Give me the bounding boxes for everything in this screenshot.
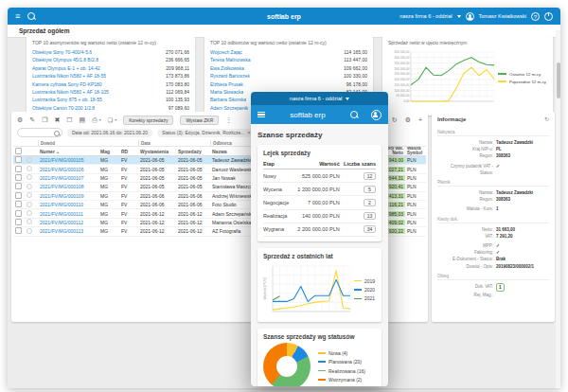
product-link[interactable]: Kamera cyfrowa Sony FD-KP180 [32, 80, 102, 88]
tag-icon[interactable]: ❏ [108, 115, 113, 126]
menu-icon[interactable] [257, 110, 265, 119]
attachment-cell [25, 157, 38, 164]
customer-link[interactable]: Ewa Ziółkowska [210, 64, 244, 72]
company-selector[interactable]: nasza firma 6 - oddział [399, 13, 452, 19]
help-icon[interactable]: ? [531, 12, 540, 21]
add-icon[interactable]: + [418, 115, 422, 126]
document-number-link[interactable]: 2021/FV/MG/000108 [38, 184, 98, 189]
funnel-row[interactable]: Wycena1 200 000,00 PLN5 [263, 183, 376, 196]
print-caret-icon[interactable]: ▾ [99, 115, 101, 126]
customer-link[interactable]: Maria Słowacka [210, 88, 243, 96]
col-wystawienia[interactable]: Wystawienia [138, 149, 176, 154]
list-item-value: 209 968,11 [166, 64, 189, 72]
list-item-value: 173 873,86 [166, 72, 189, 80]
product-link[interactable]: Obiektyw Sony 70-400/4-5.6 [32, 48, 92, 56]
issue-zkr-button[interactable]: Wystaw ZKR [180, 116, 219, 125]
search-icon[interactable] [27, 12, 35, 20]
svg-text:400 000,00: 400 000,00 [395, 56, 410, 60]
product-link[interactable]: Lustrzanka Sony 875 + ob. 18-55 [32, 96, 102, 103]
product-link[interactable]: Aparat Olympus E-1 + ob. 14-42 [32, 64, 100, 72]
funnel-stage: Wygrana [263, 223, 293, 236]
row-checkbox[interactable] [15, 156, 22, 163]
list-item-value: 236 666,65 [166, 56, 189, 63]
customer-link[interactable]: Barbara Sikorska [210, 96, 246, 103]
menu-icon[interactable]: ≡ [15, 8, 20, 25]
col-sprzedazy[interactable]: Sprzedaży [176, 149, 210, 154]
row-checkbox[interactable] [15, 183, 22, 189]
gear-icon[interactable]: ⚙ [17, 115, 23, 126]
settings-icon[interactable]: ⚙ [405, 115, 411, 126]
col-waluta[interactable]: WalutaSymbol [405, 147, 426, 155]
list-item: Obiektyw Sony 70-400/4-5.6270 071,66 [27, 48, 195, 56]
funnel-row[interactable]: Wygrana2 200 000,00 PLN34 [263, 223, 376, 236]
select-all-checkbox[interactable] [15, 148, 22, 154]
svg-text:200 000,00: 200 000,00 [395, 78, 410, 81]
customer-link[interactable]: Ryszard Bartoszek [210, 72, 250, 80]
select-icon[interactable]: ☐ [66, 115, 72, 126]
mobile-company-bar[interactable]: nasza firma 6 - oddział [251, 92, 388, 105]
document-number-link[interactable]: 2021/FV/MG/000112 [38, 220, 98, 225]
funnel-count-badge: 2 [364, 199, 376, 206]
funnel-row[interactable]: Realizacja140 000,00 PLN13 [263, 209, 376, 223]
document-number-link[interactable]: 2021/FV/MG/000105 [38, 157, 98, 163]
edit-icon[interactable]: ✎ [29, 115, 35, 126]
row-checkbox[interactable] [15, 166, 22, 172]
date-filter-chip[interactable]: Data od: 2021.06.16 do: 2021.06.20 [67, 129, 152, 137]
tag-caret-icon[interactable]: ▾ [115, 115, 116, 126]
funnel-row[interactable]: Nowy525 000,00 PLN12 [263, 169, 376, 183]
product-link[interactable]: Lustrzanka Nikon N580 + AF 18-55 [32, 72, 106, 80]
document-number-link[interactable]: 2021/FV/MG/000113 [38, 228, 98, 234]
row-checkbox[interactable] [15, 227, 22, 234]
doc-type-cell: FV [119, 157, 138, 163]
row-checkbox-cell [13, 166, 25, 173]
document-number-link[interactable]: 2021/FV/MG/000111 [38, 211, 98, 217]
customer-link[interactable]: Adam Szczepanik [210, 104, 248, 112]
row-checkbox[interactable] [15, 192, 22, 199]
info-section-heading: Płatnik [437, 180, 549, 187]
logout-icon[interactable] [544, 12, 553, 21]
corrections-button[interactable]: Korekty sprzedaży [123, 116, 173, 125]
info-field-label: E-Dokument - Status: [437, 256, 496, 262]
scrollbar-thumb[interactable] [557, 62, 560, 98]
info-panel-title: Informacje [437, 116, 466, 122]
monthly-chart-legend: Ostatnie 12 m-cyPoprzednie 12 m-cy [498, 72, 546, 84]
customer-link[interactable]: Teresa Malinowska [210, 56, 251, 63]
col-mag[interactable]: Mag [98, 149, 119, 154]
copy-icon[interactable]: ❐ [42, 115, 47, 126]
refresh-icon[interactable]: ↻ [544, 116, 549, 122]
document-number-link[interactable]: 2021/FV/MG/000109 [38, 193, 98, 199]
document-icon[interactable]: ▤ [80, 115, 86, 126]
user-name[interactable]: Tomasz Kwiatkowski [479, 13, 526, 19]
more-icon[interactable]: ⋮ [225, 115, 232, 126]
customer-link[interactable]: Wojciech Zając [210, 48, 242, 56]
sort-asc-icon: ▲ [56, 151, 59, 154]
delete-icon[interactable]: ✖ [54, 115, 60, 126]
row-checkbox[interactable] [15, 174, 22, 181]
svg-text:300 000,00: 300 000,00 [395, 67, 410, 71]
row-checkbox[interactable] [15, 219, 22, 225]
document-number-link[interactable]: 2021/FV/MG/000110 [38, 202, 98, 207]
product-link[interactable]: Obiektyw Olympus 45/1.8 B/2.8 [32, 56, 98, 63]
funnel-row[interactable]: Negocjacje7 000,00 PLN2 [263, 196, 376, 209]
row-checkbox[interactable] [15, 210, 22, 217]
product-link[interactable]: Obiektyw Canon 70-200 1/2.8 [32, 104, 95, 112]
row-checkbox-cell [13, 210, 25, 218]
row-checkbox-cell [13, 192, 25, 200]
print-icon[interactable]: ⎙ [92, 115, 98, 126]
info-field: Nazwa:Tadeusz Zawadzki [437, 189, 549, 196]
legend-color-swatch [318, 370, 326, 372]
issue-date-cell: 2021-06-06 [138, 193, 176, 199]
search-icon[interactable] [350, 111, 358, 118]
status-filter-chip[interactable]: Status (3): Edycja, Dziennik, Rozlicze..… [157, 129, 256, 137]
document-number-link[interactable]: 2021/FV/MG/000106 [38, 167, 98, 172]
row-checkbox[interactable] [15, 201, 22, 207]
search-input[interactable] [17, 128, 62, 137]
vertical-scrollbar[interactable] [556, 30, 560, 388]
col-rd[interactable]: RD [119, 149, 138, 154]
customer-link[interactable]: Elżbieta Prusak [210, 80, 243, 88]
document-number-link[interactable]: 2021/FV/MG/000107 [38, 175, 98, 181]
user-icon[interactable] [371, 110, 382, 120]
refresh-icon[interactable]: ↻ [392, 115, 398, 126]
col-numer[interactable]: Numer ▲ [38, 149, 98, 154]
product-link[interactable]: Lustrzanka Nikon N580 + AF 18-105 [32, 88, 109, 96]
